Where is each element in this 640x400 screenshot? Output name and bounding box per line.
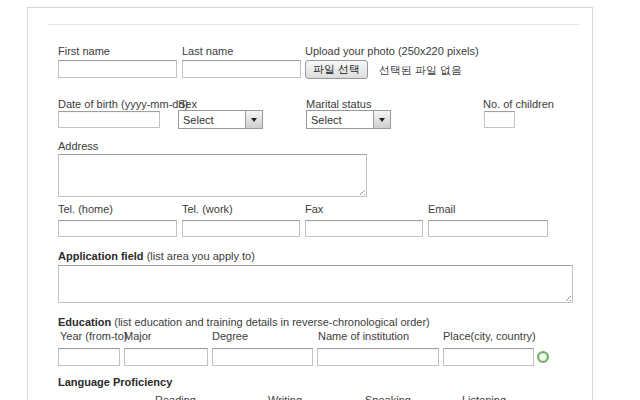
education-label: Education (list education and training d…	[58, 316, 430, 328]
language-col-reading: Reading	[155, 394, 196, 400]
marital-select-value: Select	[307, 114, 373, 126]
children-input[interactable]	[484, 111, 515, 128]
application-field-textarea[interactable]	[58, 265, 573, 303]
resize-handle-icon[interactable]	[357, 187, 365, 195]
dropdown-arrow-icon[interactable]	[373, 111, 390, 128]
address-textarea[interactable]	[58, 154, 367, 197]
photo-upload-label: Upload your photo (250x220 pixels)	[305, 45, 479, 57]
first-name-input[interactable]	[58, 60, 177, 78]
language-col-speaking: Speaking	[365, 394, 411, 400]
last-name-label: Last name	[182, 45, 233, 57]
education-year-input[interactable]	[58, 348, 120, 366]
last-name-input[interactable]	[182, 60, 301, 78]
email-input[interactable]	[428, 220, 548, 237]
education-col-degree: Degree	[212, 330, 248, 342]
add-row-icon[interactable]	[537, 351, 549, 363]
sex-select-value: Select	[179, 114, 245, 126]
application-field-label: Application field (list area you apply t…	[58, 250, 255, 262]
education-col-major: Major	[124, 330, 152, 342]
application-field-title: Application field	[58, 250, 144, 262]
tel-home-label: Tel. (home)	[58, 203, 113, 215]
language-proficiency-title: Language Proficiency	[58, 376, 172, 388]
education-place-input[interactable]	[443, 348, 534, 366]
file-select-button[interactable]: 파일 선택	[305, 60, 368, 79]
education-col-year: Year (from-to)	[60, 330, 127, 342]
education-col-place: Place(city, country)	[443, 330, 536, 342]
education-hint: (list education and training details in …	[114, 316, 430, 328]
marital-status-label: Marital status	[306, 98, 371, 110]
education-title: Education	[58, 316, 111, 328]
education-institution-input[interactable]	[317, 348, 439, 366]
email-label: Email	[428, 203, 456, 215]
tel-work-label: Tel. (work)	[182, 203, 233, 215]
language-col-listening: Listening	[462, 394, 506, 400]
application-field-hint: (list area you apply to)	[147, 250, 255, 262]
fax-input[interactable]	[305, 220, 423, 237]
language-col-writing: Writing	[268, 394, 302, 400]
marital-status-select[interactable]: Select	[306, 110, 391, 129]
tel-work-input[interactable]	[182, 220, 300, 237]
children-label: No. of children	[483, 98, 554, 110]
resize-handle-icon[interactable]	[563, 293, 571, 301]
education-col-institution: Name of institution	[318, 330, 409, 342]
education-degree-input[interactable]	[212, 348, 313, 366]
sex-select[interactable]: Select	[178, 110, 263, 129]
first-name-label: First name	[58, 45, 110, 57]
application-form-page: { "form": { "personal": { "first_name": …	[0, 0, 640, 400]
sex-label: Sex	[178, 98, 197, 110]
top-divider	[48, 24, 580, 25]
file-status-text: 선택된 파일 없음	[379, 64, 462, 76]
dropdown-arrow-icon[interactable]	[245, 111, 262, 128]
fax-label: Fax	[305, 203, 323, 215]
dob-input[interactable]	[58, 111, 160, 128]
dob-label: Date of birth (yyyy-mm-dd)	[58, 98, 188, 110]
education-major-input[interactable]	[124, 348, 208, 366]
tel-home-input[interactable]	[58, 220, 177, 237]
address-label: Address	[58, 140, 98, 152]
